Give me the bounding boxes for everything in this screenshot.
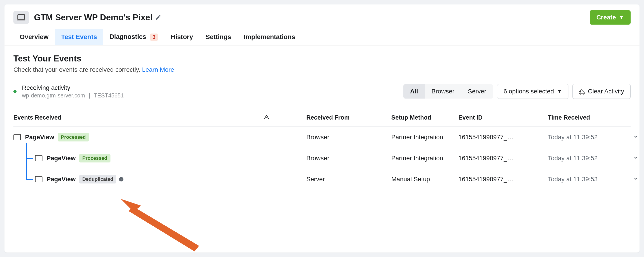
seg-all[interactable]: All (404, 84, 425, 99)
options-label: 6 options selected (504, 88, 554, 95)
event-name-cell: PageViewDeduplicated (14, 175, 264, 184)
page-header: GTM Server WP Demo's Pixel Create ▼ (4, 4, 640, 29)
from-cell: Server (306, 176, 391, 183)
content-area: Test Your Events Check that your events … (4, 45, 640, 190)
from-cell: Browser (306, 134, 391, 141)
events-table: Events Received Received From Setup Meth… (14, 109, 630, 190)
status-badge-processed: Processed (79, 154, 110, 163)
col-from: Received From (306, 114, 391, 121)
event-id-cell: 1615541990977_… (458, 134, 548, 141)
status-badge-deduplicated: Deduplicated (79, 175, 116, 184)
event-id-cell: 1615541990977_… (458, 155, 548, 162)
time-cell: Today at 11:39:52 (548, 134, 633, 141)
status-test-id: TEST45651 (94, 92, 124, 99)
svg-marker-12 (129, 206, 199, 252)
table-header: Events Received Received From Setup Meth… (14, 109, 630, 127)
svg-rect-1 (17, 19, 25, 20)
tab-test-events[interactable]: Test Events (55, 29, 103, 45)
tree-branch-icon (26, 158, 33, 159)
table-row[interactable]: PageViewProcessedBrowserPartner Integrat… (14, 127, 630, 148)
chevron-down-icon (633, 155, 639, 160)
event-id-cell: 1615541990977_… (458, 176, 548, 183)
subtitle-text: Check that your events are received corr… (14, 66, 140, 73)
pixel-icon (14, 11, 29, 24)
col-event-id: Event ID (458, 114, 548, 121)
expand-toggle[interactable] (633, 155, 640, 162)
page-subtitle: Check that your events are received corr… (14, 66, 630, 73)
from-cell: Browser (306, 155, 391, 162)
clear-label: Clear Activity (588, 88, 624, 95)
expand-toggle[interactable] (633, 176, 640, 183)
status-label: Receiving activity (22, 84, 124, 91)
status-badge-processed: Processed (58, 133, 89, 141)
pixel-title: GTM Server WP Demo's Pixel (34, 13, 152, 22)
tab-diagnostics-label: Diagnostics (110, 33, 146, 40)
controls: All Browser Server 6 options selected ▼ … (404, 84, 630, 99)
event-name-cell: PageViewProcessed (14, 133, 264, 141)
method-cell: Partner Integration (391, 134, 458, 141)
method-cell: Partner Integration (391, 155, 458, 162)
tab-overview[interactable]: Overview (14, 29, 55, 45)
svg-rect-6 (35, 176, 42, 182)
tree-branch-icon (26, 179, 33, 180)
expand-toggle[interactable] (633, 134, 640, 141)
event-name-cell: PageViewProcessed (14, 154, 264, 163)
event-name: PageView (46, 155, 76, 162)
laptop-icon (17, 14, 26, 20)
method-cell: Manual Setup (391, 176, 458, 183)
svg-rect-0 (18, 15, 24, 19)
seg-server[interactable]: Server (461, 84, 493, 99)
chevron-down-icon (633, 176, 639, 182)
learn-more-link[interactable]: Learn More (142, 66, 174, 73)
tab-history[interactable]: History (164, 29, 199, 45)
window-icon (35, 155, 42, 161)
svg-rect-9 (121, 179, 122, 180)
caret-down-icon: ▼ (619, 14, 624, 20)
clear-icon (579, 88, 585, 94)
tab-settings[interactable]: Settings (199, 29, 237, 45)
tabs: Overview Test Events Diagnostics 3 Histo… (4, 29, 640, 45)
status-domain: wp-demo.gtm-server.com (22, 92, 85, 99)
table-row[interactable]: PageViewProcessedBrowserPartner Integrat… (14, 148, 630, 169)
col-time: Time Received (548, 114, 633, 121)
edit-icon[interactable] (155, 14, 162, 20)
window-icon (35, 176, 42, 182)
col-events: Events Received (14, 114, 264, 121)
tab-implementations[interactable]: Implementations (238, 29, 302, 45)
options-dropdown[interactable]: 6 options selected ▼ (497, 84, 569, 99)
warning-icon (264, 114, 269, 120)
activity-indicator-icon (14, 90, 16, 93)
source-segment: All Browser Server (404, 84, 493, 99)
time-cell: Today at 11:39:52 (548, 155, 633, 162)
svg-rect-4 (35, 155, 42, 161)
event-name: PageView (25, 134, 54, 141)
event-name: PageView (46, 176, 76, 183)
tab-diagnostics[interactable]: Diagnostics 3 (103, 29, 164, 45)
status-row: Receiving activity wp-demo.gtm-server.co… (14, 84, 630, 99)
page-title: Test Your Events (14, 54, 630, 63)
time-cell: Today at 11:39:53 (548, 176, 633, 183)
svg-rect-2 (14, 134, 21, 140)
col-warning (264, 114, 306, 121)
caret-down-icon: ▼ (557, 88, 562, 94)
chevron-down-icon (633, 134, 639, 139)
clear-activity-button[interactable]: Clear Activity (572, 84, 630, 99)
create-button[interactable]: Create ▼ (590, 10, 630, 24)
create-label: Create (596, 14, 616, 21)
tree-line-icon (26, 143, 27, 179)
table-row[interactable]: PageViewDeduplicatedServerManual Setup16… (14, 169, 630, 190)
window-icon (14, 134, 21, 140)
seg-browser[interactable]: Browser (425, 84, 461, 99)
status-text: Receiving activity wp-demo.gtm-server.co… (22, 84, 124, 99)
svg-marker-11 (121, 199, 141, 212)
info-icon (118, 177, 124, 182)
annotation-arrow-icon (121, 199, 206, 253)
diagnostics-badge: 3 (150, 33, 158, 41)
svg-rect-10 (121, 178, 122, 178)
col-method: Setup Method (391, 114, 458, 121)
